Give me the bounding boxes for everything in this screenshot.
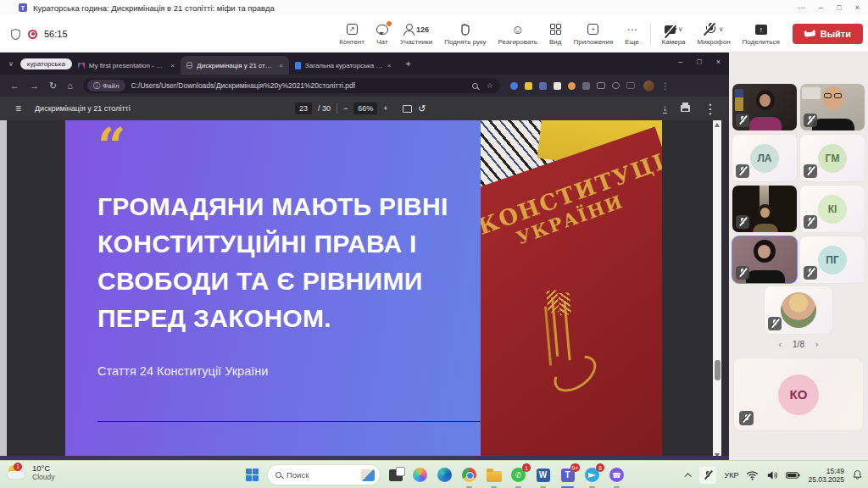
- tab-close-icon[interactable]: ×: [387, 62, 392, 69]
- titlebar-more-icon[interactable]: ⋯: [798, 3, 805, 12]
- browser-close-icon[interactable]: ×: [716, 58, 721, 66]
- shared-screen: ∨ кураторська My first presentation - Me…: [0, 53, 729, 460]
- tab-close-icon[interactable]: ×: [170, 62, 175, 69]
- scrollbar-thumb[interactable]: [715, 360, 721, 380]
- participant-avatar-tile[interactable]: ГМ: [800, 135, 865, 181]
- browser-profile-avatar[interactable]: [643, 80, 654, 92]
- participant-photo-tile[interactable]: [765, 286, 832, 334]
- battery-icon[interactable]: [786, 471, 800, 480]
- share-screen-button[interactable]: ↑ Поделиться: [737, 15, 786, 53]
- extension-icon[interactable]: [539, 82, 547, 90]
- extension-icon[interactable]: [554, 82, 561, 90]
- sidebar-toggle-icon[interactable]: [612, 82, 620, 89]
- word-button[interactable]: W: [534, 466, 552, 484]
- participant-video-tile[interactable]: [732, 186, 797, 232]
- home-icon[interactable]: ⌂: [67, 80, 73, 91]
- constitution-photo: КОНСТИТУЦІЯ УКРАЇНИ: [481, 120, 662, 460]
- zoom-out-button[interactable]: −: [343, 104, 348, 113]
- extension-icon[interactable]: [568, 82, 576, 90]
- participant-avatar-tile[interactable]: ЛА: [732, 135, 797, 181]
- zoom-level[interactable]: 66%: [353, 103, 377, 114]
- taskbar-search-input[interactable]: Поиск: [268, 465, 380, 485]
- extension-icon[interactable]: [525, 82, 532, 90]
- tray-clock[interactable]: 15:49 25.03.2025: [808, 467, 844, 484]
- pdf-more-icon[interactable]: ⋮: [704, 101, 717, 117]
- plus-box-icon: +: [587, 24, 598, 35]
- camera-button[interactable]: ∨ Камера: [656, 15, 692, 53]
- participant-avatar-tile-wide[interactable]: КО: [734, 358, 863, 430]
- chat-button[interactable]: Чат: [370, 15, 394, 53]
- pdf-menu-icon[interactable]: ≡: [15, 103, 21, 114]
- url-input[interactable]: ⓘ Файл C:/Users/User/Downloads/Дискримін…: [83, 78, 500, 93]
- tray-mic-muted-icon[interactable]: [699, 467, 716, 484]
- fit-page-icon[interactable]: [403, 105, 412, 113]
- whatsapp-button[interactable]: ✆1: [509, 466, 527, 484]
- page-next-icon[interactable]: ›: [815, 339, 819, 349]
- tab-group-label[interactable]: кураторська: [20, 58, 72, 69]
- extensions-menu-icon[interactable]: [626, 82, 635, 89]
- page-number-field[interactable]: 23: [295, 103, 312, 114]
- mic-button[interactable]: ∨ Микрофон: [692, 15, 737, 53]
- notification-bell-icon[interactable]: [852, 469, 863, 480]
- copilot-button[interactable]: [411, 466, 429, 484]
- react-button[interactable]: ☺ Реагировать: [492, 15, 543, 53]
- pdf-scrollbar[interactable]: [713, 120, 721, 460]
- participant-video-tile[interactable]: [800, 84, 865, 130]
- participant-avatar-tile[interactable]: ПГ: [800, 236, 865, 283]
- maximize-icon[interactable]: □: [837, 3, 841, 12]
- weather-icon: 1: [7, 464, 27, 481]
- leave-button[interactable]: Выйти: [793, 24, 863, 44]
- chrome-button[interactable]: [460, 466, 478, 484]
- edge-button[interactable]: [436, 466, 453, 484]
- more-button[interactable]: ⋯ Еще: [619, 15, 644, 53]
- browser-minimize-icon[interactable]: –: [678, 58, 682, 66]
- extension-icon[interactable]: [582, 82, 590, 90]
- task-view-button[interactable]: [387, 466, 404, 484]
- browser-restore-icon[interactable]: □: [697, 58, 701, 66]
- search-icon: [275, 472, 281, 478]
- download-icon[interactable]: ↓: [663, 104, 667, 114]
- browser-addressbar: ← → ↻ ⌂ ⓘ Файл C:/Users/User/Downloads/Д…: [0, 75, 729, 97]
- minimize-icon[interactable]: –: [819, 3, 823, 12]
- teams-button[interactable]: T9+: [559, 466, 576, 484]
- forward-icon[interactable]: →: [30, 80, 39, 91]
- new-tab-button[interactable]: +: [406, 58, 411, 69]
- participants-button[interactable]: 126 Участники: [394, 15, 438, 53]
- tab-close-icon[interactable]: ×: [279, 62, 283, 69]
- search-icon[interactable]: [472, 83, 478, 89]
- browser-menu-icon[interactable]: ⋮: [661, 81, 670, 91]
- reload-icon[interactable]: ↻: [49, 80, 57, 92]
- telegram-button[interactable]: 8: [583, 466, 601, 484]
- content-button[interactable]: ↗ Контент: [333, 15, 370, 53]
- share-screen-icon: ↑: [755, 25, 767, 35]
- participant-video-tile-active[interactable]: [732, 236, 797, 283]
- file-explorer-button[interactable]: [485, 466, 503, 484]
- scroll-up-icon[interactable]: [715, 123, 720, 127]
- tab-mentimeter[interactable]: My first presentation - Mentim ×: [72, 56, 181, 75]
- extension-icon[interactable]: [510, 82, 518, 90]
- tray-expand-chevron-icon[interactable]: [685, 473, 692, 480]
- raise-hand-button[interactable]: Поднять руку: [438, 15, 492, 53]
- rotate-icon[interactable]: ↻: [418, 103, 426, 114]
- keyboard-language[interactable]: УКР: [724, 471, 738, 480]
- tab-kuratorska[interactable]: Загальна кураторська година ×: [289, 56, 398, 75]
- back-icon[interactable]: ←: [10, 80, 19, 91]
- wifi-icon[interactable]: [746, 470, 759, 480]
- viber-button[interactable]: ☎: [608, 466, 626, 484]
- page-prev-icon[interactable]: ‹: [779, 339, 782, 349]
- tab-discrimination-active[interactable]: Дискримінація у 21 столітті ×: [181, 56, 289, 75]
- volume-icon[interactable]: [766, 470, 778, 480]
- avatar-initials: ЛА: [750, 144, 779, 173]
- participant-avatar-tile[interactable]: КІ: [800, 186, 865, 232]
- apps-button[interactable]: + Приложения: [568, 15, 620, 53]
- bookmark-star-icon[interactable]: ☆: [487, 81, 493, 90]
- print-icon[interactable]: [681, 105, 690, 112]
- participant-video-tile[interactable]: [732, 84, 797, 130]
- start-button[interactable]: [243, 466, 261, 484]
- zoom-in-button[interactable]: +: [383, 104, 387, 113]
- close-icon[interactable]: ×: [855, 3, 860, 12]
- view-button[interactable]: Вид: [543, 15, 567, 53]
- cast-icon[interactable]: [597, 82, 605, 89]
- weather-widget[interactable]: 1 10°C Cloudy: [7, 463, 54, 481]
- tab-search-chevron-icon[interactable]: ∨: [8, 60, 14, 68]
